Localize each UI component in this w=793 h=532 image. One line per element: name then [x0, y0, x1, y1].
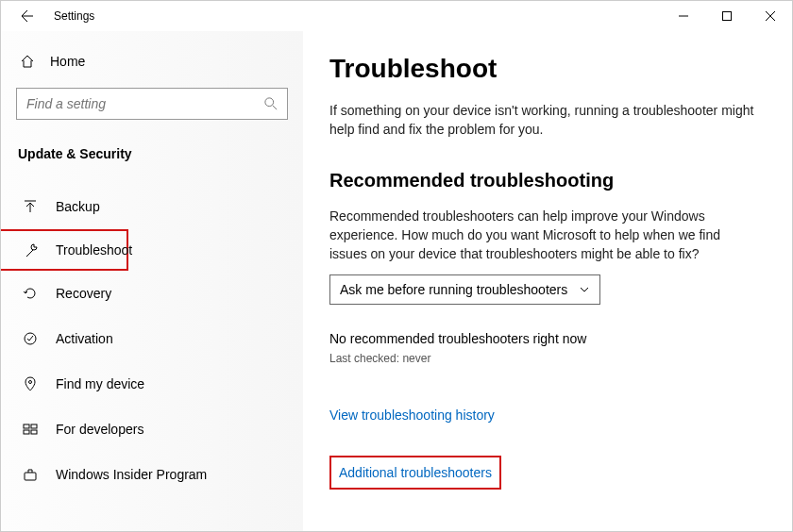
window-title: Settings	[54, 9, 94, 23]
svg-rect-10	[24, 430, 29, 434]
link-view-history[interactable]: View troubleshooting history	[329, 407, 495, 423]
sidebar-home-label: Home	[50, 54, 85, 69]
maximize-icon	[722, 11, 732, 21]
chevron-down-icon	[579, 284, 590, 295]
sidebar-item-label: Find my device	[56, 376, 144, 391]
troubleshoot-preference-dropdown[interactable]: Ask me before running troubleshooters	[329, 274, 600, 305]
page-title: Troubleshoot	[329, 54, 756, 84]
svg-rect-9	[31, 424, 37, 428]
sidebar-item-recovery[interactable]: Recovery	[1, 271, 303, 316]
wrench-icon	[24, 242, 39, 258]
svg-rect-11	[31, 430, 37, 434]
search-icon	[264, 97, 278, 110]
section-heading: Recommended troubleshooting	[329, 170, 756, 191]
sidebar-item-label: Windows Insider Program	[56, 467, 207, 482]
minimize-icon	[679, 11, 688, 21]
search-input[interactable]	[26, 96, 264, 111]
activation-icon	[22, 331, 39, 346]
arrow-left-icon	[18, 8, 33, 24]
page-intro: If something on your device isn't workin…	[329, 101, 756, 140]
recovery-icon	[22, 286, 39, 301]
sidebar-item-label: Backup	[56, 199, 100, 214]
sidebar-item-for-developers[interactable]: For developers	[1, 407, 303, 452]
sidebar-item-find-my-device[interactable]: Find my device	[1, 361, 303, 407]
svg-rect-8	[24, 424, 29, 428]
svg-point-4	[265, 98, 274, 107]
svg-point-7	[29, 381, 32, 384]
section-body: Recommended troubleshooters can help imp…	[329, 207, 756, 264]
svg-rect-12	[25, 473, 36, 480]
sidebar-home[interactable]: Home	[16, 41, 288, 82]
sidebar-item-label: Troubleshoot	[56, 242, 132, 258]
dropdown-value: Ask me before running troubleshooters	[340, 282, 567, 297]
close-button[interactable]	[749, 1, 792, 31]
minimize-button[interactable]	[662, 1, 705, 31]
close-icon	[766, 11, 775, 21]
last-checked-text: Last checked: never	[329, 352, 756, 365]
insider-icon	[22, 467, 39, 482]
location-icon	[22, 376, 39, 391]
back-button[interactable]	[14, 8, 37, 24]
no-recommended-text: No recommended troubleshooters right now	[329, 331, 756, 346]
link-additional-troubleshooters[interactable]: Additional troubleshooters	[329, 456, 501, 490]
sidebar-item-label: Recovery	[56, 286, 111, 301]
sidebar-item-backup[interactable]: Backup	[1, 184, 303, 229]
sidebar-item-activation[interactable]: Activation	[1, 316, 303, 361]
svg-rect-1	[723, 12, 732, 21]
maximize-button[interactable]	[705, 1, 749, 31]
sidebar-item-troubleshoot[interactable]: Troubleshoot	[0, 229, 128, 271]
sidebar-item-insider[interactable]: Windows Insider Program	[1, 452, 303, 497]
category-heading: Update & Security	[16, 146, 288, 161]
sidebar-item-label: For developers	[56, 422, 143, 437]
sidebar-item-label: Activation	[56, 331, 113, 346]
backup-icon	[22, 199, 39, 214]
svg-line-5	[273, 106, 277, 109]
developers-icon	[22, 422, 39, 437]
home-icon	[20, 54, 35, 69]
search-box[interactable]	[16, 88, 288, 120]
